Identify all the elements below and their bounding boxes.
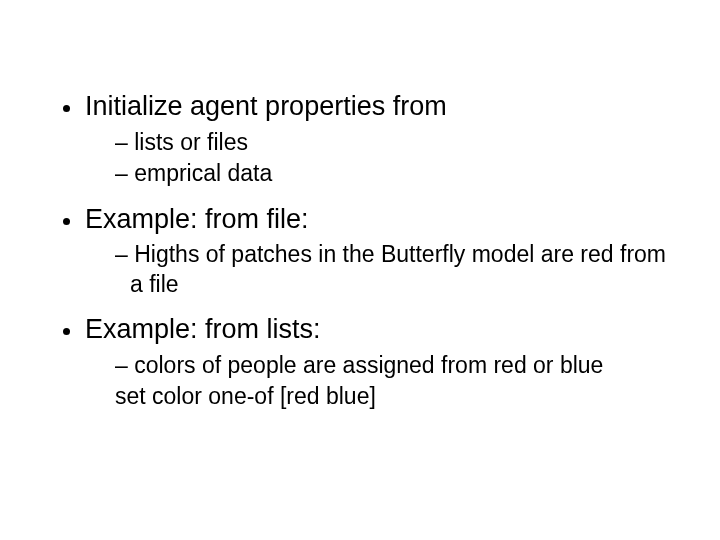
bullet-text: Example: from lists: [85, 314, 321, 344]
bullet-text: Example: from file: [85, 204, 309, 234]
bullet-text: Initialize agent properties from [85, 91, 447, 121]
sub-item: colors of people are assigned from red o… [115, 351, 675, 380]
sub-list: lists or files emprical data [85, 128, 675, 189]
sub-item: Higths of patches in the Butterfly model… [115, 240, 675, 299]
bullet-list: Initialize agent properties from lists o… [45, 90, 675, 412]
sub-list: Higths of patches in the Butterfly model… [85, 240, 675, 299]
sub-item: set color one-of [red blue] [115, 382, 675, 411]
sub-item: lists or files [115, 128, 675, 157]
sub-list: colors of people are assigned from red o… [85, 351, 675, 412]
bullet-item: Example: from file: Higths of patches in… [83, 203, 675, 300]
bullet-item: Initialize agent properties from lists o… [83, 90, 675, 189]
bullet-item: Example: from lists: colors of people ar… [83, 313, 675, 412]
sub-item: emprical data [115, 159, 675, 188]
slide: Initialize agent properties from lists o… [0, 0, 720, 540]
